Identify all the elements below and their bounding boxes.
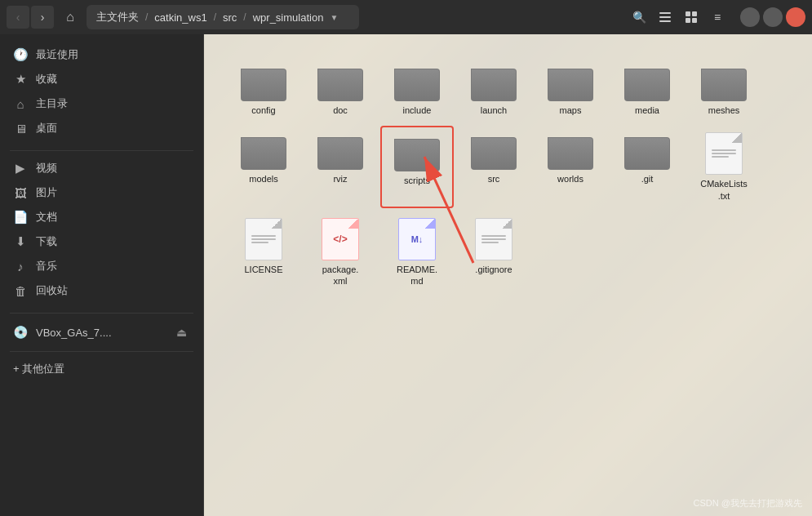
- search-button[interactable]: 🔍: [628, 6, 650, 29]
- folder-icon: [624, 64, 670, 101]
- sidebar-item-pictures[interactable]: 🖼 图片: [0, 180, 203, 205]
- sidebar-label-favorites: 收藏: [36, 72, 57, 87]
- svg-rect-4: [692, 11, 697, 16]
- sidebar-label-pictures: 图片: [36, 185, 57, 200]
- file-grid: config doc: [227, 57, 789, 293]
- sidebar-item-desktop[interactable]: 🖥 桌面: [0, 116, 203, 140]
- file-label: models: [249, 173, 277, 185]
- device-icon: 💿: [13, 325, 28, 340]
- file-item-include[interactable]: include: [380, 57, 454, 122]
- file-item-cmakelists[interactable]: CMakeLists.txt: [687, 126, 761, 208]
- sidebar-label-other: + 其他位置: [13, 362, 64, 376]
- file-label: LICENSE: [244, 264, 282, 275]
- maximize-button[interactable]: □: [763, 7, 783, 27]
- file-item-doc[interactable]: doc: [304, 57, 377, 122]
- minimize-button[interactable]: −: [740, 7, 760, 27]
- sidebar-bookmarks: 🕐 最近使用 ★ 收藏 ⌂ 主目录 🖥 桌面: [0, 42, 203, 140]
- sidebar-other-locations[interactable]: + 其他位置: [0, 357, 203, 381]
- view-list-button[interactable]: [654, 6, 677, 29]
- file-item-maps[interactable]: maps: [534, 57, 607, 122]
- folder-icon: [624, 132, 670, 170]
- file-item-launch[interactable]: launch: [457, 57, 530, 122]
- star-icon: ★: [13, 72, 28, 87]
- desktop-icon: 🖥: [13, 122, 28, 136]
- sidebar-item-music[interactable]: ♪ 音乐: [0, 254, 203, 278]
- trash-icon: 🗑: [13, 284, 28, 298]
- file-label: worlds: [557, 173, 583, 185]
- sidebar: 🕐 最近使用 ★ 收藏 ⌂ 主目录 🖥 桌面 ▶ 视频 🖼: [0, 34, 204, 516]
- view-toggle-button[interactable]: [680, 6, 703, 29]
- sidebar-item-home[interactable]: ⌂ 主目录: [0, 91, 203, 116]
- md-file-icon: M↓: [398, 218, 436, 260]
- folder-icon: [317, 132, 363, 170]
- sidebar-label-recent: 最近使用: [36, 47, 78, 62]
- file-item-meshes[interactable]: meshes: [687, 57, 761, 122]
- breadcrumb-dropdown[interactable]: ▼: [330, 13, 338, 22]
- folder-icon: [471, 64, 517, 101]
- file-label: package.xml: [322, 264, 359, 287]
- file-item-worlds[interactable]: worlds: [534, 126, 607, 208]
- document-icon: 📄: [13, 210, 28, 225]
- file-label: doc: [333, 105, 348, 116]
- file-item-package-xml[interactable]: </> package.xml: [304, 211, 377, 294]
- file-area[interactable]: config doc: [204, 34, 812, 516]
- sidebar-item-trash[interactable]: 🗑 回收站: [0, 278, 203, 303]
- breadcrumb-home[interactable]: 主文件夹: [93, 8, 142, 26]
- sidebar-label-home: 主目录: [36, 96, 68, 111]
- recent-icon: 🕐: [13, 47, 28, 62]
- forward-button[interactable]: ›: [31, 6, 54, 29]
- file-item-gitignore[interactable]: .gitignore: [457, 211, 530, 294]
- file-label: CMakeLists.txt: [700, 178, 747, 202]
- music-icon: ♪: [13, 260, 28, 274]
- back-button[interactable]: ‹: [7, 6, 29, 29]
- video-icon: ▶: [13, 161, 28, 176]
- file-item-models[interactable]: models: [227, 126, 300, 208]
- sidebar-item-recent[interactable]: 🕐 最近使用: [0, 42, 203, 67]
- folder-icon: [548, 64, 593, 101]
- breadcrumb: 主文件夹 / catkin_ws1 / src / wpr_simulation…: [87, 5, 359, 29]
- sidebar-item-favorites[interactable]: ★ 收藏: [0, 67, 203, 91]
- sidebar-divider-3: [10, 351, 193, 352]
- sidebar-item-videos[interactable]: ▶ 视频: [0, 156, 203, 180]
- sidebar-media: ▶ 视频 🖼 图片 📄 文档 ⬇ 下载 ♪ 音乐 🗑 回收站: [0, 156, 203, 303]
- eject-button[interactable]: ⏏: [172, 323, 190, 341]
- home-button[interactable]: ⌂: [59, 6, 82, 29]
- home-icon: ⌂: [13, 97, 28, 111]
- file-item-rviz[interactable]: rviz: [304, 126, 377, 208]
- file-item-media[interactable]: media: [610, 57, 684, 122]
- breadcrumb-src[interactable]: src: [220, 10, 240, 25]
- folder-icon: [317, 64, 363, 101]
- sidebar-divider-1: [10, 150, 193, 151]
- text-file-icon: [475, 218, 512, 260]
- file-item-config[interactable]: config: [227, 57, 300, 122]
- sidebar-label-desktop: 桌面: [36, 121, 57, 136]
- sidebar-device[interactable]: 💿 VBox_GAs_7.... ⏏: [0, 318, 203, 346]
- folder-icon: [701, 64, 747, 101]
- file-label: include: [403, 105, 432, 116]
- file-label: config: [251, 105, 275, 116]
- file-item-git[interactable]: .git: [610, 126, 684, 208]
- file-label: README.md: [397, 264, 437, 287]
- file-label: .git: [641, 173, 654, 185]
- svg-rect-0: [659, 12, 671, 14]
- file-label: maps: [560, 105, 582, 116]
- sidebar-divider-2: [10, 313, 193, 314]
- file-item-scripts[interactable]: scripts: [380, 126, 454, 208]
- sidebar-label-videos: 视频: [36, 161, 57, 176]
- file-label: meshes: [708, 105, 740, 116]
- file-item-readme[interactable]: M↓ README.md: [380, 211, 454, 294]
- file-item-license[interactable]: LICENSE: [227, 211, 300, 294]
- sidebar-label-trash: 回收站: [36, 283, 68, 298]
- picture-icon: 🖼: [13, 186, 28, 200]
- folder-icon: [241, 64, 286, 101]
- download-icon: ⬇: [13, 234, 28, 249]
- menu-button[interactable]: ≡: [706, 6, 729, 29]
- file-label: media: [635, 105, 659, 116]
- breadcrumb-wpr[interactable]: wpr_simulation: [250, 10, 327, 25]
- sidebar-item-documents[interactable]: 📄 文档: [0, 205, 203, 229]
- breadcrumb-catkin[interactable]: catkin_ws1: [151, 10, 210, 25]
- text-file-icon: [245, 218, 282, 260]
- sidebar-item-downloads[interactable]: ⬇ 下载: [0, 229, 203, 254]
- file-item-src[interactable]: src: [457, 126, 530, 208]
- close-button[interactable]: ×: [786, 7, 805, 27]
